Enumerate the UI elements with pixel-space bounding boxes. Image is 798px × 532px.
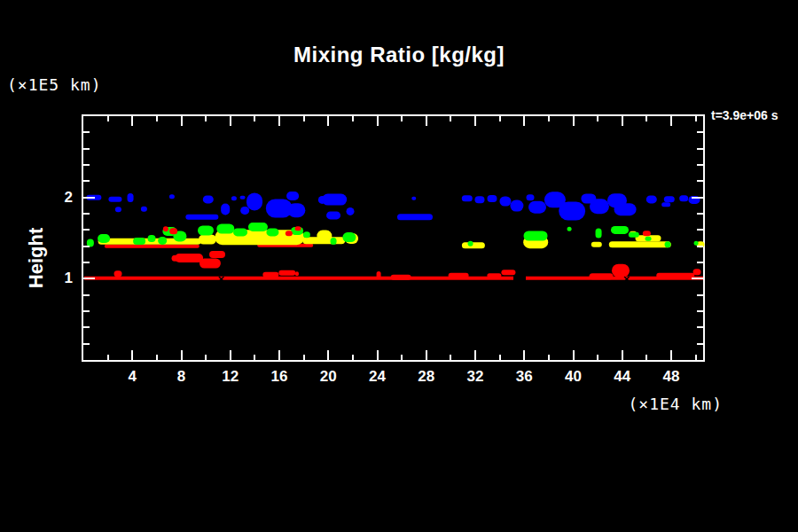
y-tick: [697, 246, 703, 247]
x-tick-label: 44: [614, 368, 630, 386]
chart-title: Mixing Ratio [kg/kg]: [0, 43, 798, 67]
layer-green-layer-blob: [645, 237, 651, 241]
layer-red-clouds-blob: [693, 269, 701, 275]
y-tick: [83, 310, 90, 312]
layer-red-clouds-blob: [390, 274, 411, 279]
x-tick: [401, 116, 403, 121]
layer-red-clouds-blob: [295, 271, 299, 277]
layer-green-layer-blob: [133, 238, 145, 245]
layer-blue-layer-blob: [241, 207, 250, 214]
layer-green-layer-blob: [158, 237, 167, 244]
x-tick-label: 12: [222, 368, 239, 386]
x-tick: [573, 350, 575, 360]
y-tick: [83, 262, 90, 263]
layer-red-specks-blob: [169, 228, 178, 234]
x-tick: [695, 116, 697, 121]
layer-blue-layer-blob: [246, 193, 262, 210]
x-tick: [205, 116, 207, 121]
x-tick-label: 36: [516, 368, 533, 386]
x-tick: [181, 350, 183, 360]
x-tick: [523, 116, 525, 126]
x-tick: [474, 116, 476, 126]
layer-red-clouds-blob: [590, 273, 614, 279]
layer-blue-layer-blob: [559, 202, 585, 221]
x-tick: [523, 350, 525, 360]
layer-blue-layer-blob: [169, 194, 175, 200]
y-tick: [697, 180, 703, 182]
x-tick: [303, 116, 305, 121]
y-tick: [692, 278, 703, 279]
layer-blue-layer-blob: [411, 196, 417, 200]
layer-green-layer-blob: [342, 232, 356, 243]
layer-red-clouds-blob: [209, 251, 225, 258]
layer-red-clouds-blob: [449, 272, 469, 278]
layer-blue-layer-blob: [221, 204, 230, 215]
layer-green-layer-blob: [267, 229, 278, 237]
layer-red-clouds-blob: [200, 258, 221, 268]
layer-blue-layer-blob: [664, 196, 675, 202]
layer-green-layer-blob: [98, 233, 110, 242]
x-tick: [377, 350, 379, 360]
y-tick: [697, 310, 703, 312]
layer-red-specks-blob: [286, 231, 293, 236]
x-tick: [230, 350, 231, 360]
x-tick: [352, 116, 354, 121]
layer-red-specks-blob: [294, 226, 301, 231]
layer-green-layer-blob: [248, 223, 268, 231]
layer-green-layer-blob: [233, 229, 247, 237]
layer-blue-layer-blob: [115, 207, 121, 213]
y-tick: [697, 164, 703, 166]
layer-blue-layer-blob: [590, 199, 609, 214]
y-tick: [697, 229, 703, 231]
y-tick: [697, 326, 703, 328]
layer-blue-layer-blob: [185, 214, 218, 219]
y-tick: [697, 213, 703, 215]
layer-green-layer-blob: [523, 231, 547, 240]
x-tick: [377, 116, 379, 126]
layer-blue-layer-blob: [128, 193, 134, 202]
x-tick: [548, 116, 550, 121]
x-tick: [254, 116, 255, 121]
y-tick: [697, 262, 703, 263]
x-tick: [597, 116, 598, 121]
x-tick-label: 48: [663, 368, 680, 386]
layer-blue-layer-blob: [646, 195, 657, 203]
line-marker: ×: [623, 273, 630, 285]
layer-yellow-layer-blob: [199, 235, 216, 245]
layer-red-clouds-blob: [114, 270, 122, 277]
layer-green-layer-blob: [217, 223, 234, 233]
layer-blue-layer-blob: [108, 196, 121, 201]
x-tick-label: 24: [369, 368, 386, 386]
x-tick: [548, 355, 550, 360]
layer-red-clouds-blob: [656, 272, 695, 278]
x-tick: [426, 350, 427, 360]
y-tick: [83, 294, 90, 296]
x-tick: [327, 116, 329, 126]
y-tick: [83, 131, 90, 133]
page-background: { "header": { "title": "Mixing Ratio [kg…: [0, 0, 798, 532]
x-tick: [401, 355, 403, 360]
layer-blue-layer-blob: [527, 194, 535, 200]
x-tick: [450, 116, 451, 121]
x-tick: [645, 355, 647, 360]
layer-red-clouds-blob: [502, 270, 515, 275]
layer-red-clouds-blob: [377, 271, 381, 278]
x-tick-label: 16: [271, 368, 288, 386]
layer-blue-layer-blob: [474, 197, 484, 203]
x-tick: [597, 355, 598, 360]
y-tick: [83, 343, 90, 345]
x-tick-label: 40: [565, 368, 582, 386]
y-tick: [83, 197, 95, 199]
layer-blue-layer-blob: [462, 195, 473, 201]
y-tick: [83, 278, 95, 279]
layer-yellow-layer-blob: [462, 242, 485, 248]
layer-red-specks-blob: [162, 227, 168, 232]
x-tick: [278, 116, 280, 126]
x-tick: [156, 355, 158, 360]
x-tick: [645, 116, 647, 121]
x-tick: [622, 350, 623, 360]
y-tick: [83, 164, 90, 166]
x-tick: [254, 355, 255, 360]
x-tick-label: 28: [418, 368, 434, 386]
layer-blue-layer-blob: [679, 195, 688, 201]
